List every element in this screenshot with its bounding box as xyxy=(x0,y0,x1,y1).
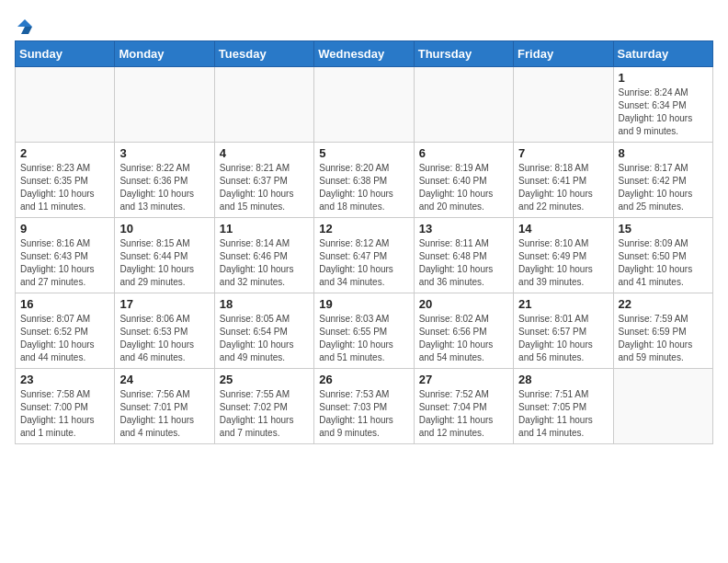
svg-marker-0 xyxy=(17,19,32,27)
calendar-cell: 14Sunrise: 8:10 AM Sunset: 6:49 PM Dayli… xyxy=(514,218,613,293)
day-info: Sunrise: 8:09 AM Sunset: 6:50 PM Dayligh… xyxy=(619,237,708,289)
calendar-cell: 15Sunrise: 8:09 AM Sunset: 6:50 PM Dayli… xyxy=(613,218,712,293)
calendar-cell: 16Sunrise: 8:07 AM Sunset: 6:52 PM Dayli… xyxy=(16,293,115,369)
day-number: 21 xyxy=(518,297,608,311)
day-number: 7 xyxy=(518,146,608,160)
day-info: Sunrise: 7:51 AM Sunset: 7:05 PM Dayligh… xyxy=(518,388,608,440)
day-number: 8 xyxy=(619,146,708,160)
day-number: 9 xyxy=(20,222,109,236)
calendar-cell: 11Sunrise: 8:14 AM Sunset: 6:46 PM Dayli… xyxy=(214,218,313,293)
day-info: Sunrise: 8:23 AM Sunset: 6:35 PM Dayligh… xyxy=(20,162,109,213)
svg-marker-1 xyxy=(21,27,32,34)
day-info: Sunrise: 8:19 AM Sunset: 6:40 PM Dayligh… xyxy=(419,162,508,213)
calendar-cell: 26Sunrise: 7:53 AM Sunset: 7:03 PM Dayli… xyxy=(314,369,414,444)
weekday-header-thursday: Thursday xyxy=(414,41,513,67)
day-number: 28 xyxy=(518,373,608,386)
weekday-header-monday: Monday xyxy=(115,41,214,67)
day-info: Sunrise: 7:58 AM Sunset: 7:00 PM Dayligh… xyxy=(20,388,109,440)
calendar-week-row: 16Sunrise: 8:07 AM Sunset: 6:52 PM Dayli… xyxy=(16,293,713,369)
calendar-cell: 2Sunrise: 8:23 AM Sunset: 6:35 PM Daylig… xyxy=(16,143,115,218)
day-info: Sunrise: 8:10 AM Sunset: 6:49 PM Dayligh… xyxy=(518,237,608,289)
day-number: 4 xyxy=(220,146,309,160)
day-number: 3 xyxy=(119,146,209,160)
day-number: 5 xyxy=(319,146,408,160)
calendar-cell: 13Sunrise: 8:11 AM Sunset: 6:48 PM Dayli… xyxy=(414,218,513,293)
calendar-week-row: 1Sunrise: 8:24 AM Sunset: 6:34 PM Daylig… xyxy=(16,67,713,143)
day-info: Sunrise: 8:16 AM Sunset: 6:43 PM Dayligh… xyxy=(20,237,109,289)
day-number: 6 xyxy=(419,146,508,160)
calendar-cell: 27Sunrise: 7:52 AM Sunset: 7:04 PM Dayli… xyxy=(414,369,513,444)
page-header xyxy=(15,15,713,33)
calendar-cell: 3Sunrise: 8:22 AM Sunset: 6:36 PM Daylig… xyxy=(115,143,214,218)
day-number: 27 xyxy=(419,373,508,386)
day-info: Sunrise: 8:18 AM Sunset: 6:41 PM Dayligh… xyxy=(518,162,608,213)
calendar-cell xyxy=(16,67,115,143)
calendar-cell: 19Sunrise: 8:03 AM Sunset: 6:55 PM Dayli… xyxy=(314,293,414,369)
day-number: 25 xyxy=(220,373,309,386)
day-number: 15 xyxy=(619,222,708,236)
day-info: Sunrise: 8:12 AM Sunset: 6:47 PM Dayligh… xyxy=(319,237,408,289)
day-number: 26 xyxy=(319,373,408,386)
calendar-cell: 4Sunrise: 8:21 AM Sunset: 6:37 PM Daylig… xyxy=(214,143,313,218)
day-info: Sunrise: 8:11 AM Sunset: 6:48 PM Dayligh… xyxy=(419,237,508,289)
day-number: 23 xyxy=(20,373,109,386)
calendar-week-row: 2Sunrise: 8:23 AM Sunset: 6:35 PM Daylig… xyxy=(16,143,713,218)
logo xyxy=(15,15,34,33)
day-info: Sunrise: 8:01 AM Sunset: 6:57 PM Dayligh… xyxy=(518,313,608,364)
calendar-cell: 20Sunrise: 8:02 AM Sunset: 6:56 PM Dayli… xyxy=(414,293,513,369)
calendar-cell: 10Sunrise: 8:15 AM Sunset: 6:44 PM Dayli… xyxy=(115,218,214,293)
day-number: 19 xyxy=(319,297,408,311)
calendar-cell xyxy=(613,369,712,444)
calendar-cell xyxy=(214,67,313,143)
calendar-cell: 28Sunrise: 7:51 AM Sunset: 7:05 PM Dayli… xyxy=(514,369,613,444)
day-info: Sunrise: 7:55 AM Sunset: 7:02 PM Dayligh… xyxy=(220,388,309,440)
calendar-cell: 21Sunrise: 8:01 AM Sunset: 6:57 PM Dayli… xyxy=(514,293,613,369)
day-info: Sunrise: 7:56 AM Sunset: 7:01 PM Dayligh… xyxy=(119,388,209,440)
day-info: Sunrise: 8:03 AM Sunset: 6:55 PM Dayligh… xyxy=(319,313,408,364)
calendar-cell xyxy=(314,67,414,143)
weekday-header-friday: Friday xyxy=(514,41,613,67)
calendar-cell: 22Sunrise: 7:59 AM Sunset: 6:59 PM Dayli… xyxy=(613,293,712,369)
weekday-header-saturday: Saturday xyxy=(613,41,712,67)
calendar-cell: 17Sunrise: 8:06 AM Sunset: 6:53 PM Dayli… xyxy=(115,293,214,369)
day-number: 17 xyxy=(119,297,209,311)
day-number: 16 xyxy=(20,297,109,311)
day-number: 24 xyxy=(119,373,209,386)
calendar-cell xyxy=(414,67,513,143)
day-info: Sunrise: 8:21 AM Sunset: 6:37 PM Dayligh… xyxy=(220,162,309,213)
day-number: 11 xyxy=(220,222,309,236)
day-info: Sunrise: 8:07 AM Sunset: 6:52 PM Dayligh… xyxy=(20,313,109,364)
calendar-cell: 8Sunrise: 8:17 AM Sunset: 6:42 PM Daylig… xyxy=(613,143,712,218)
calendar-cell: 24Sunrise: 7:56 AM Sunset: 7:01 PM Dayli… xyxy=(115,369,214,444)
logo-general xyxy=(15,15,34,37)
calendar-cell xyxy=(115,67,214,143)
day-info: Sunrise: 8:17 AM Sunset: 6:42 PM Dayligh… xyxy=(619,162,708,213)
day-info: Sunrise: 8:14 AM Sunset: 6:46 PM Dayligh… xyxy=(220,237,309,289)
calendar-cell: 23Sunrise: 7:58 AM Sunset: 7:00 PM Dayli… xyxy=(16,369,115,444)
calendar-cell: 7Sunrise: 8:18 AM Sunset: 6:41 PM Daylig… xyxy=(514,143,613,218)
calendar-cell: 9Sunrise: 8:16 AM Sunset: 6:43 PM Daylig… xyxy=(16,218,115,293)
calendar-week-row: 23Sunrise: 7:58 AM Sunset: 7:00 PM Dayli… xyxy=(16,369,713,444)
day-number: 18 xyxy=(220,297,309,311)
day-info: Sunrise: 7:59 AM Sunset: 6:59 PM Dayligh… xyxy=(619,313,708,364)
day-info: Sunrise: 8:06 AM Sunset: 6:53 PM Dayligh… xyxy=(119,313,209,364)
calendar-cell: 1Sunrise: 8:24 AM Sunset: 6:34 PM Daylig… xyxy=(613,67,712,143)
logo-icon xyxy=(16,17,34,36)
day-info: Sunrise: 7:52 AM Sunset: 7:04 PM Dayligh… xyxy=(419,388,508,440)
calendar-cell: 18Sunrise: 8:05 AM Sunset: 6:54 PM Dayli… xyxy=(214,293,313,369)
day-info: Sunrise: 8:22 AM Sunset: 6:36 PM Dayligh… xyxy=(119,162,209,213)
calendar-cell: 12Sunrise: 8:12 AM Sunset: 6:47 PM Dayli… xyxy=(314,218,414,293)
day-info: Sunrise: 8:02 AM Sunset: 6:56 PM Dayligh… xyxy=(419,313,508,364)
day-number: 10 xyxy=(119,222,209,236)
calendar-week-row: 9Sunrise: 8:16 AM Sunset: 6:43 PM Daylig… xyxy=(16,218,713,293)
day-info: Sunrise: 8:24 AM Sunset: 6:34 PM Dayligh… xyxy=(619,86,708,138)
day-number: 2 xyxy=(20,146,109,160)
weekday-header-sunday: Sunday xyxy=(16,41,115,67)
weekday-header-wednesday: Wednesday xyxy=(314,41,414,67)
calendar-cell: 25Sunrise: 7:55 AM Sunset: 7:02 PM Dayli… xyxy=(214,369,313,444)
calendar-cell: 5Sunrise: 8:20 AM Sunset: 6:38 PM Daylig… xyxy=(314,143,414,218)
day-info: Sunrise: 7:53 AM Sunset: 7:03 PM Dayligh… xyxy=(319,388,408,440)
day-info: Sunrise: 8:20 AM Sunset: 6:38 PM Dayligh… xyxy=(319,162,408,213)
day-info: Sunrise: 8:15 AM Sunset: 6:44 PM Dayligh… xyxy=(119,237,209,289)
weekday-header-row: SundayMondayTuesdayWednesdayThursdayFrid… xyxy=(16,41,713,67)
